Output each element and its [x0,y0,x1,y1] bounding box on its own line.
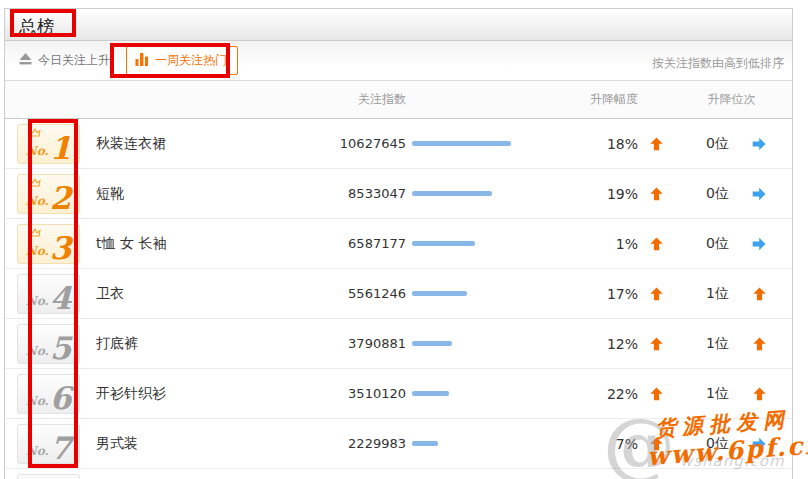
position-change: 1位 [690,285,745,303]
table-row: No. 7 男式装 2229983 7% 0位 [5,419,792,469]
position-flat-icon [752,136,766,155]
rank-badge: No. 2 [17,174,80,214]
keyword-link[interactable]: 短靴 [96,185,296,203]
tab-today-rising[interactable]: 今日关注上升 [15,47,114,74]
position-up-icon [752,286,767,305]
sort-note: 按关注指数由高到低排序 [652,55,784,72]
change-percent: 17% [520,286,640,302]
rank-prefix: No. [26,145,49,157]
tab-today-label: 今日关注上升 [38,52,110,69]
index-bar [412,191,492,196]
rank-number: 7 [50,436,72,461]
keyword-link[interactable]: 打底裤 [96,335,296,353]
rank-number: 2 [50,186,72,211]
index-bar [412,341,452,346]
index-bar [412,241,475,246]
rank-number: 1 [50,136,72,161]
index-value: 3510120 [296,386,406,401]
column-header-index: 关注指数 [296,91,406,108]
rank-prefix: No. [26,445,49,457]
position-direction [745,187,773,201]
position-direction [745,287,773,301]
crown-icon [29,228,41,237]
keyword-link[interactable]: 秋装连衣裙 [96,135,296,153]
table-row: No. 5 打底裤 3790881 12% 1位 [5,319,792,369]
index-bar [412,141,511,146]
rank-badge: No. 7 [17,424,80,464]
rank-prefix: No. [26,295,49,307]
position-flat-icon [752,236,766,255]
change-up-icon [640,187,672,201]
index-bar-cell [406,341,520,346]
title-band: 总榜 [5,9,792,41]
tab-bar: 今日关注上升 一周关注热门 按关注指数由高到低排序 [5,41,792,81]
keyword-link[interactable]: t恤 女 长袖 [96,235,296,253]
rank-badge-partial [17,474,80,479]
bar-chart-icon [135,53,149,69]
keyword-link[interactable]: 卫衣 [96,285,296,303]
ranking-panel: 总榜 今日关注上升 一周关注热门 按关注指数由高到低排序 关注指数 升降幅度 升… [4,8,793,479]
rank-prefix: No. [26,395,49,407]
index-value: 10627645 [296,136,406,151]
column-header-change: 升降幅度 [520,91,640,108]
index-value: 2229983 [296,436,406,451]
rank-badge: No. 4 [17,274,80,314]
index-value: 5561246 [296,286,406,301]
rank-badge: No. 5 [17,324,80,364]
change-percent: 7% [520,436,640,452]
change-percent: 1% [520,236,640,252]
rank-number: 5 [50,336,72,361]
tab-week-label: 一周关注热门 [155,52,227,69]
index-bar-cell [406,391,520,396]
index-bar [412,291,467,296]
position-flat-icon [752,436,766,455]
change-up-icon [640,437,672,451]
position-change: 0位 [690,435,745,453]
position-up-icon [752,336,767,355]
index-value: 6587177 [296,236,406,251]
index-value: 3790881 [296,336,406,351]
column-header-position: 升降位次 [690,91,773,108]
table-row: No. 1 秋装连衣裙 10627645 18% 0位 [5,119,792,169]
index-bar [412,391,449,396]
index-value: 8533047 [296,186,406,201]
rank-number: 3 [50,236,72,261]
crown-icon [29,128,41,137]
position-up-icon [752,386,767,405]
page-title: 总榜 [19,15,792,38]
position-flat-icon [752,186,766,205]
table-row: No. 6 开衫针织衫 3510120 22% 1位 [5,369,792,419]
rank-prefix: No. [26,195,49,207]
position-direction [745,337,773,351]
table-header-row: 关注指数 升降幅度 升降位次 [5,81,792,119]
rank-badge: No. 1 [17,124,80,164]
crown-icon [29,178,41,187]
change-up-icon [640,237,672,251]
rank-number: 4 [50,286,72,311]
rank-badge: No. 6 [17,374,80,414]
index-bar-cell [406,191,520,196]
change-percent: 18% [520,136,640,152]
change-up-icon [640,287,672,301]
position-direction [745,137,773,151]
change-up-icon [640,387,672,401]
table-row: No. 3 t恤 女 长袖 6587177 1% 0位 [5,219,792,269]
keyword-link[interactable]: 男式装 [96,435,296,453]
position-change: 0位 [690,135,745,153]
ranking-page: 总榜 今日关注上升 一周关注热门 按关注指数由高到低排序 关注指数 升降幅度 升… [0,0,808,479]
index-bar-cell [406,241,520,246]
rank-number: 6 [50,386,72,411]
keyword-link[interactable]: 开衫针织衫 [96,385,296,403]
tab-week-hot[interactable]: 一周关注热门 [126,46,238,75]
index-bar-cell [406,441,520,446]
rank-prefix: No. [26,345,49,357]
position-change: 0位 [690,235,745,253]
rank-badge: No. 3 [17,224,80,264]
position-change: 0位 [690,185,745,203]
change-percent: 19% [520,186,640,202]
table-row: No. 2 短靴 8533047 19% 0位 [5,169,792,219]
rank-prefix: No. [26,245,49,257]
position-direction [745,437,773,451]
table-row: No. 4 卫衣 5561246 17% 1位 [5,269,792,319]
change-percent: 12% [520,336,640,352]
